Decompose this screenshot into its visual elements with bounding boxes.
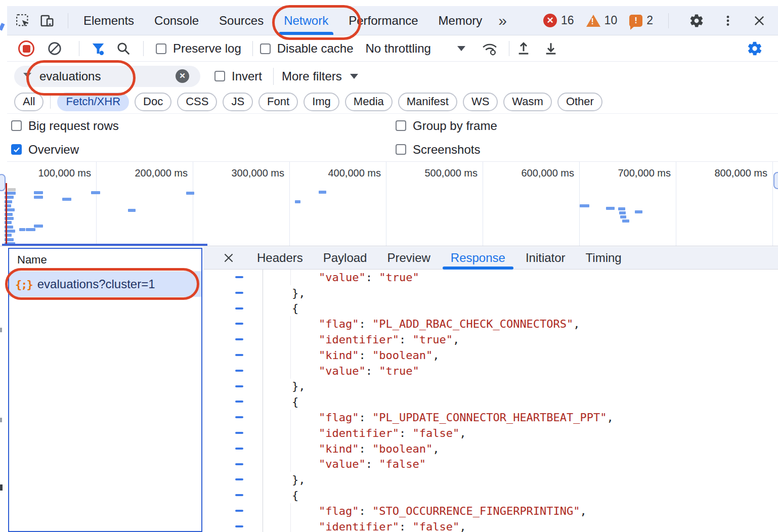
settings-gear-icon[interactable] — [688, 12, 705, 29]
type-filter-wasm[interactable]: Wasm — [503, 93, 552, 111]
record-network-log-button[interactable] — [18, 40, 34, 57]
fold-marker-icon[interactable] — [235, 494, 243, 496]
disable-cache-checkbox[interactable] — [260, 43, 271, 54]
type-filter-font[interactable]: Font — [258, 93, 298, 111]
overview-request-bar — [91, 191, 100, 194]
inspect-element-icon[interactable] — [14, 12, 31, 29]
clear-network-log-button[interactable] — [47, 40, 63, 57]
type-filter-css[interactable]: CSS — [177, 93, 217, 111]
type-filter-js[interactable]: JS — [223, 93, 253, 111]
name-column-header[interactable]: Name — [9, 249, 201, 272]
tab-performance[interactable]: Performance — [338, 6, 428, 35]
overview-request-bar — [128, 209, 136, 212]
fold-marker-icon[interactable] — [235, 292, 243, 294]
invert-checkbox[interactable] — [214, 71, 225, 81]
fold-marker-icon[interactable] — [235, 416, 243, 418]
overview-checkbox[interactable] — [11, 144, 22, 155]
tab-console[interactable]: Console — [144, 6, 209, 35]
fold-marker-icon[interactable] — [235, 510, 243, 512]
overview-label: Overview — [28, 143, 79, 157]
close-devtools-icon[interactable] — [751, 12, 768, 29]
overview-left-handle[interactable] — [0, 174, 6, 191]
tab-elements[interactable]: Elements — [73, 6, 144, 35]
detail-tab-headers[interactable]: Headers — [247, 247, 313, 269]
fold-marker-icon[interactable] — [235, 370, 243, 372]
preserve-log-option[interactable]: Preserve log — [156, 41, 241, 56]
tab-network[interactable]: Network — [274, 6, 338, 35]
close-detail-icon[interactable] — [219, 248, 239, 268]
fold-marker-icon[interactable] — [235, 525, 243, 527]
code-text: "flag": "PL_UPDATE_CONNECTOR_HEARTBEAT_P… — [319, 410, 614, 425]
json-string-token: "kind" — [319, 442, 359, 455]
warning-badge[interactable]: ! 10 — [586, 14, 618, 27]
error-badge[interactable]: ✕ 16 — [543, 14, 574, 27]
filter-input[interactable]: evaluations ✕ — [14, 66, 200, 87]
fold-marker-icon[interactable] — [235, 385, 243, 387]
response-viewer[interactable]: "value": "true"},{"flag": "PL_ADD_RBAC_C… — [203, 270, 778, 532]
fold-marker-icon[interactable] — [235, 354, 243, 356]
big-request-rows-option[interactable]: Big request rows — [11, 119, 396, 133]
response-code-line: "identifier": "true", — [203, 332, 778, 347]
preserve-log-checkbox[interactable] — [156, 43, 166, 54]
detail-tab-response[interactable]: Response — [441, 247, 515, 269]
clear-filter-icon[interactable]: ✕ — [176, 69, 189, 83]
type-filter-fetch-xhr[interactable]: Fetch/XHR — [57, 93, 129, 111]
network-overview-timeline[interactable]: 100,000 ms200,000 ms300,000 ms400,000 ms… — [0, 162, 778, 246]
overview-request-bar — [319, 191, 326, 194]
overview-option[interactable]: Overview — [11, 143, 396, 157]
type-filter-all[interactable]: All — [14, 93, 44, 111]
type-filter-img[interactable]: Img — [304, 93, 339, 111]
fold-marker-icon[interactable] — [235, 432, 243, 434]
request-row[interactable]: {;}evaluations?cluster=1 — [9, 272, 201, 297]
issues-badge[interactable]: ! 2 — [629, 14, 653, 27]
type-filter-ws[interactable]: WS — [463, 93, 498, 111]
fold-marker-icon[interactable] — [235, 338, 243, 340]
more-tabs-icon[interactable]: » — [492, 13, 513, 28]
detail-tabs: HeadersPayloadPreviewResponseInitiatorTi… — [247, 247, 632, 269]
response-code-line: "flag": "PL_UPDATE_CONNECTOR_HEARTBEAT_P… — [203, 410, 778, 425]
fold-marker-icon[interactable] — [235, 463, 243, 465]
invert-option[interactable]: Invert — [214, 69, 262, 83]
fold-marker-icon[interactable] — [235, 401, 243, 403]
search-icon[interactable] — [116, 41, 131, 56]
network-settings-gear-icon[interactable] — [747, 40, 763, 57]
tab-sources[interactable]: Sources — [209, 6, 274, 35]
fold-marker-icon[interactable] — [235, 448, 243, 450]
fold-marker-icon[interactable] — [235, 307, 243, 309]
network-conditions-icon[interactable] — [481, 40, 499, 57]
type-filter-manifest[interactable]: Manifest — [398, 93, 457, 111]
type-filter-other[interactable]: Other — [557, 93, 602, 111]
import-har-icon[interactable] — [515, 40, 532, 57]
detail-tab-preview[interactable]: Preview — [377, 247, 440, 269]
detail-tab-payload[interactable]: Payload — [313, 247, 377, 269]
device-toolbar-icon[interactable] — [38, 12, 56, 29]
type-filter-media[interactable]: Media — [345, 93, 393, 111]
fold-marker-icon[interactable] — [235, 276, 243, 278]
network-main-area: Name {;}evaluations?cluster=1 HeadersPay… — [7, 247, 778, 532]
disable-cache-option[interactable]: Disable cache — [260, 41, 354, 56]
screenshots-checkbox[interactable] — [396, 144, 406, 155]
tab-memory[interactable]: Memory — [428, 6, 493, 35]
export-har-icon[interactable] — [543, 40, 559, 57]
overview-right-handle[interactable] — [773, 172, 778, 189]
overview-request-bar — [606, 207, 615, 210]
screenshots-option[interactable]: Screenshots — [396, 143, 480, 157]
type-filter-doc[interactable]: Doc — [135, 93, 171, 111]
indent-guide — [290, 425, 291, 441]
more-filters-dropdown[interactable]: More filters — [282, 69, 358, 83]
fold-marker-icon[interactable] — [235, 323, 243, 325]
throttling-dropdown[interactable]: No throttling — [365, 41, 465, 56]
overview-request-bar — [34, 191, 43, 194]
indent-guide — [290, 457, 291, 472]
response-code-line: "identifier": "false", — [203, 425, 778, 441]
fold-marker-icon[interactable] — [235, 478, 243, 480]
request-list-panel: Name {;}evaluations?cluster=1 — [8, 248, 202, 532]
big-request-rows-checkbox[interactable] — [11, 120, 22, 131]
page-edge-fragment — [0, 328, 2, 332]
filter-toggle-icon[interactable] — [91, 41, 106, 56]
group-by-frame-checkbox[interactable] — [396, 120, 406, 131]
kebab-menu-icon[interactable] — [719, 12, 737, 29]
detail-tab-initiator[interactable]: Initiator — [515, 247, 576, 269]
group-by-frame-option[interactable]: Group by frame — [396, 119, 497, 133]
detail-tab-timing[interactable]: Timing — [576, 247, 632, 269]
